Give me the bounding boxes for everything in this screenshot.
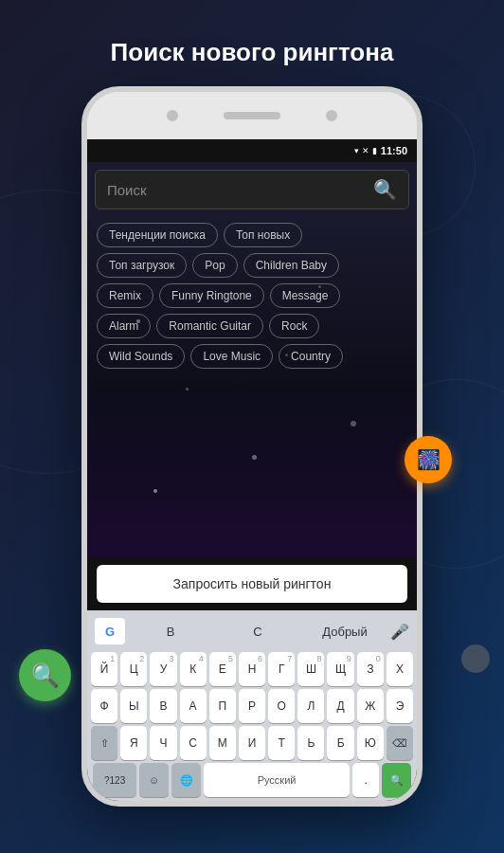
wifi-icon: ✕: [362, 146, 369, 155]
tag-tendencies[interactable]: Тенденции поиска: [97, 223, 218, 247]
key-з[interactable]: 0З: [357, 652, 384, 686]
tag-funny-ringtone[interactable]: Funny Ringtone: [159, 283, 264, 308]
tags-row-2: Топ загрузок Pop Children Baby: [97, 253, 407, 278]
key-е[interactable]: 5Е: [209, 652, 236, 686]
request-ringtone-button[interactable]: Запросить новый рингтон: [97, 565, 407, 603]
key-х[interactable]: Х: [387, 652, 413, 686]
phone-screen: ▾ ✕ ▮ 11:50 Поиск 🔍 Тенденции поиска То: [87, 139, 417, 801]
key-ь[interactable]: Ь: [297, 726, 324, 760]
tag-rock[interactable]: Rock: [269, 314, 319, 338]
key-с[interactable]: С: [180, 726, 207, 760]
decorative-circle: [461, 644, 490, 673]
key-э[interactable]: Э: [387, 689, 413, 723]
delete-key[interactable]: ⌫: [387, 726, 413, 760]
tags-row-3: Remix Funny Ringtone Message: [97, 283, 407, 308]
key-к[interactable]: 4К: [180, 652, 207, 686]
key-п[interactable]: П: [209, 689, 236, 723]
status-time: 11:50: [381, 145, 407, 156]
phone-camera-2: [326, 110, 337, 121]
key-л[interactable]: Л: [297, 689, 324, 723]
phone-top-bezel: [87, 92, 417, 139]
key-row-4: ?123 ☺ 🌐 Русский . 🔍: [91, 763, 413, 797]
tag-pop[interactable]: Pop: [192, 253, 237, 278]
page-title: Поиск нового рингтона: [111, 38, 394, 67]
tag-country[interactable]: Country: [279, 344, 343, 369]
key-о[interactable]: О: [268, 689, 295, 723]
key-г[interactable]: 7Г: [268, 652, 295, 686]
key-й[interactable]: 1Й: [91, 652, 117, 686]
phone-camera: [167, 110, 178, 121]
key-ф[interactable]: Ф: [91, 689, 117, 723]
status-bar: ▾ ✕ ▮ 11:50: [87, 139, 417, 162]
key-row-3: ⇧ Я Ч С М И Т Ь Б Ю ⌫: [91, 726, 413, 760]
key-ц[interactable]: 2Ц: [120, 652, 147, 686]
tags-row-4: Alarm Romantic Guitar Rock: [97, 314, 407, 338]
key-р[interactable]: Р: [239, 689, 265, 723]
phone-speaker: [224, 112, 280, 119]
key-м[interactable]: М: [209, 726, 236, 760]
tags-area: Тенденции поиска Топ новых Топ загрузок …: [87, 217, 417, 557]
tags-row-1: Тенденции поиска Топ новых: [97, 223, 407, 247]
tag-children-baby[interactable]: Children Baby: [243, 253, 339, 278]
key-щ[interactable]: 9Щ: [327, 652, 353, 686]
key-д[interactable]: Д: [327, 689, 353, 723]
period-key[interactable]: .: [352, 763, 379, 797]
search-submit-icon[interactable]: 🔍: [373, 178, 397, 201]
tag-top-new[interactable]: Топ новых: [224, 223, 302, 247]
tag-message[interactable]: Message: [270, 283, 341, 308]
tag-love-music[interactable]: Love Music: [190, 344, 273, 369]
tag-alarm[interactable]: Alarm: [97, 314, 151, 338]
green-search-button[interactable]: 🔍: [19, 649, 71, 701]
lang-key[interactable]: 🌐: [171, 763, 201, 797]
suggestion-c[interactable]: С: [216, 625, 299, 639]
phone-frame: ▾ ✕ ▮ 11:50 Поиск 🔍 Тенденции поиска То: [81, 86, 423, 807]
key-я[interactable]: Я: [120, 726, 147, 760]
shift-key[interactable]: ⇧: [91, 726, 117, 760]
suggestion-good[interactable]: Добрый: [303, 625, 387, 639]
request-btn-container: Запросить новый рингтон: [87, 557, 417, 610]
search-placeholder: Поиск: [107, 182, 373, 198]
key-т[interactable]: Т: [268, 726, 295, 760]
signal-icon: ▾: [354, 146, 359, 155]
key-н[interactable]: 6Н: [239, 652, 265, 686]
microphone-icon[interactable]: 🎤: [390, 623, 409, 641]
key-ш[interactable]: 8Ш: [297, 652, 324, 686]
key-в[interactable]: В: [150, 689, 176, 723]
key-а[interactable]: А: [180, 689, 207, 723]
suggestion-b[interactable]: В: [129, 625, 212, 639]
tag-wild-sounds[interactable]: Wild Sounds: [97, 344, 185, 369]
search-bar[interactable]: Поиск 🔍: [95, 170, 409, 209]
key-ч[interactable]: Ч: [150, 726, 176, 760]
floating-fireworks-button[interactable]: 🎆: [405, 436, 452, 483]
tags-row-5: Wild Sounds Love Music Country: [97, 344, 407, 369]
key-ж[interactable]: Ж: [357, 689, 384, 723]
tag-romantic-guitar[interactable]: Romantic Guitar: [156, 314, 263, 338]
google-logo: G: [95, 618, 125, 644]
space-key[interactable]: Русский: [204, 763, 350, 797]
emoji-key[interactable]: ☺: [139, 763, 169, 797]
key-row-2: Ф Ы В А П Р О Л Д Ж Э: [91, 689, 413, 723]
enter-search-key[interactable]: 🔍: [382, 763, 411, 797]
key-б[interactable]: Б: [327, 726, 353, 760]
key-у[interactable]: 3У: [150, 652, 176, 686]
keyboard-suggestions-row: G В С Добрый 🎤: [89, 614, 415, 648]
key-ю[interactable]: Ю: [357, 726, 384, 760]
keyboard-rows: 1Й 2Ц 3У 4К 5Е 6Н 7Г 8Ш 9Щ 0З Х Ф Ы В: [89, 652, 415, 797]
keyboard[interactable]: G В С Добрый 🎤 1Й 2Ц 3У 4К 5Е 6Н 7Г 8Ш: [87, 610, 417, 801]
num-key[interactable]: ?123: [93, 763, 136, 797]
tag-remix[interactable]: Remix: [97, 283, 153, 308]
key-row-1: 1Й 2Ц 3У 4К 5Е 6Н 7Г 8Ш 9Щ 0З Х: [91, 652, 413, 686]
key-ы[interactable]: Ы: [120, 689, 147, 723]
tag-top-downloads[interactable]: Топ загрузок: [97, 253, 187, 278]
status-icons: ▾ ✕ ▮: [354, 146, 377, 155]
battery-icon: ▮: [372, 146, 377, 155]
key-и[interactable]: И: [239, 726, 265, 760]
